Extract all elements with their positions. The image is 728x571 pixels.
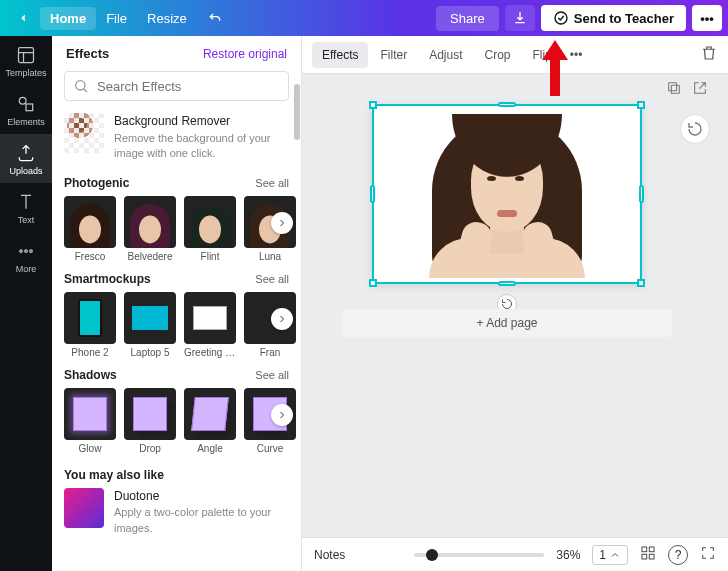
rail-uploads[interactable]: Uploads [0, 134, 52, 183]
shadow-angle[interactable]: Angle [184, 388, 236, 454]
duotone-thumb-icon [64, 488, 104, 528]
mockup-phone2[interactable]: Phone 2 [64, 292, 116, 358]
resize-handle[interactable] [498, 102, 516, 107]
share-button[interactable]: Share [436, 6, 499, 31]
canvas-toolbar: Effects Filter Adjust Crop Flip ••• [302, 36, 728, 74]
toolbar-more-icon[interactable]: ••• [564, 42, 589, 68]
help-icon[interactable]: ? [668, 545, 688, 565]
resize-handle[interactable] [370, 185, 375, 203]
mockup-laptop5[interactable]: Laptop 5 [124, 292, 176, 358]
section-photogenic-title: Photogenic [64, 176, 129, 190]
duplicate-page-icon[interactable] [666, 80, 682, 96]
bg-remover-item[interactable]: Background Remover Remove the background… [64, 113, 289, 162]
smartmockups-next-button[interactable] [271, 308, 293, 330]
zoom-value: 36% [556, 548, 580, 562]
svg-rect-9 [669, 83, 677, 91]
resize-handle[interactable] [369, 101, 377, 109]
duotone-desc: Apply a two-color palette to your images… [114, 505, 289, 536]
shadow-glow[interactable]: Glow [64, 388, 116, 454]
canvas-area: Effects Filter Adjust Crop Flip ••• [302, 36, 728, 571]
section-smartmockups-seeall[interactable]: See all [255, 273, 289, 285]
send-to-teacher-button[interactable]: Send to Teacher [541, 5, 686, 31]
duotone-item[interactable]: Duotone Apply a two-color palette to you… [64, 488, 289, 537]
rail-more[interactable]: More [0, 232, 52, 281]
bg-remover-title: Background Remover [114, 113, 289, 130]
bg-remover-thumb-icon [64, 113, 104, 153]
rail-elements[interactable]: Elements [0, 85, 52, 134]
svg-rect-3 [26, 104, 33, 111]
photogenic-next-button[interactable] [271, 212, 293, 234]
page-indicator[interactable]: 1 [592, 545, 628, 565]
zoom-slider[interactable] [414, 553, 544, 557]
tab-effects[interactable]: Effects [312, 42, 368, 68]
rail-text[interactable]: Text [0, 183, 52, 232]
top-toolbar: Home File Resize Share Send to Teacher •… [0, 0, 728, 36]
shadows-next-button[interactable] [271, 404, 293, 426]
section-shadows-seeall[interactable]: See all [255, 369, 289, 381]
tab-filter[interactable]: Filter [370, 42, 417, 68]
grid-view-icon[interactable] [640, 545, 656, 564]
portrait-image [378, 110, 636, 278]
topbar-more-button[interactable]: ••• [692, 5, 722, 31]
delete-button[interactable] [700, 44, 718, 65]
resize-handle[interactable] [637, 101, 645, 109]
tab-flip[interactable]: Flip [523, 42, 562, 68]
chevron-up-icon [609, 549, 621, 561]
duotone-title: Duotone [114, 488, 289, 505]
panel-title: Effects [66, 46, 109, 61]
svg-rect-11 [649, 547, 654, 552]
search-effects[interactable] [64, 71, 289, 101]
svg-point-5 [25, 250, 28, 253]
effect-flint[interactable]: Flint [184, 196, 236, 262]
tab-crop[interactable]: Crop [475, 42, 521, 68]
resize-handle[interactable] [637, 279, 645, 287]
search-icon [73, 78, 89, 94]
fullscreen-icon[interactable] [700, 545, 716, 564]
tab-adjust[interactable]: Adjust [419, 42, 472, 68]
svg-point-2 [19, 97, 26, 104]
resize-handle[interactable] [369, 279, 377, 287]
restore-original-link[interactable]: Restore original [203, 47, 287, 61]
svg-point-0 [555, 12, 567, 24]
back-button[interactable] [6, 7, 40, 29]
svg-rect-10 [642, 547, 647, 552]
section-photogenic-seeall[interactable]: See all [255, 177, 289, 189]
undo-button[interactable] [197, 6, 233, 30]
add-page-button[interactable]: + Add page [342, 309, 672, 337]
search-input[interactable] [97, 79, 280, 94]
resize-handle[interactable] [639, 185, 644, 203]
download-button[interactable] [505, 5, 535, 31]
bottom-bar: Notes 36% 1 ? [302, 537, 728, 571]
panel-scrollbar[interactable] [294, 84, 300, 140]
svg-rect-8 [671, 85, 679, 93]
effect-belvedere[interactable]: Belvedere [124, 196, 176, 262]
section-also-like-title: You may also like [64, 468, 164, 482]
file-menu[interactable]: File [96, 7, 137, 30]
home-button[interactable]: Home [40, 7, 96, 30]
resize-handle[interactable] [498, 281, 516, 286]
svg-point-7 [76, 81, 85, 90]
canvas-selected-image[interactable] [372, 104, 642, 284]
section-smartmockups-title: Smartmockups [64, 272, 151, 286]
reset-view-button[interactable] [680, 114, 710, 144]
svg-rect-12 [642, 554, 647, 559]
rail-templates[interactable]: Templates [0, 36, 52, 85]
notes-button[interactable]: Notes [314, 548, 345, 562]
svg-point-4 [20, 250, 23, 253]
effects-panel: Effects Restore original Background Remo… [52, 36, 302, 571]
left-rail: Templates Elements Uploads Text More [0, 36, 52, 571]
svg-point-6 [30, 250, 33, 253]
effect-fresco[interactable]: Fresco [64, 196, 116, 262]
svg-rect-1 [19, 48, 34, 63]
send-teacher-label: Send to Teacher [574, 11, 674, 26]
shadow-drop[interactable]: Drop [124, 388, 176, 454]
mockup-greeting-card[interactable]: Greeting car... [184, 292, 236, 358]
open-page-icon[interactable] [692, 80, 708, 96]
canvas-stage[interactable]: + Add page [302, 74, 728, 537]
resize-menu[interactable]: Resize [137, 7, 197, 30]
bg-remover-desc: Remove the background of your image with… [114, 131, 289, 162]
svg-rect-13 [649, 554, 654, 559]
section-shadows-title: Shadows [64, 368, 117, 382]
